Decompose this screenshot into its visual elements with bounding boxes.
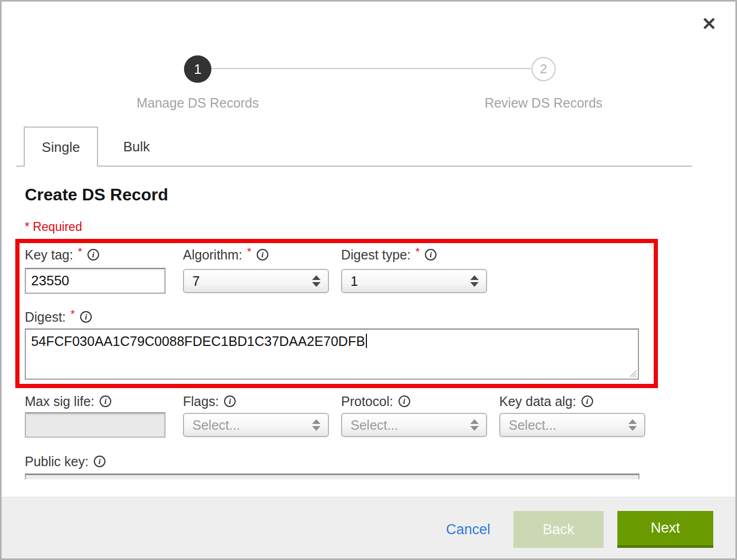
key-data-alg-label-text: Key data alg:: [499, 394, 576, 409]
back-button[interactable]: Back: [513, 511, 604, 548]
key-data-alg-label: Key data alg: i: [499, 394, 593, 409]
key-tag-label-text: Key tag:: [25, 247, 73, 263]
next-button[interactable]: Next: [617, 511, 713, 548]
key-tag-label: Key tag: * i: [25, 247, 99, 262]
required-asterisk: *: [71, 307, 75, 320]
step-1-label: Manage DS Records: [113, 95, 282, 111]
digest-label: Digest: * i: [25, 310, 92, 324]
select-arrows-icon: [312, 275, 321, 287]
info-icon[interactable]: i: [88, 249, 99, 260]
text-cursor-icon: [366, 334, 367, 348]
info-icon[interactable]: i: [257, 249, 268, 260]
resize-handle-icon[interactable]: [628, 369, 637, 378]
protocol-label: Protocol: i: [341, 394, 410, 409]
create-ds-record-modal: ✕ 1 2 Manage DS Records Review DS Record…: [0, 0, 737, 560]
algorithm-select-value: 7: [192, 274, 312, 289]
required-asterisk: *: [415, 245, 420, 258]
protocol-select-value: Select...: [351, 418, 470, 433]
select-arrows-icon: [470, 419, 479, 431]
digest-type-label-text: Digest type:: [341, 247, 411, 263]
step-1-indicator: 1: [184, 55, 211, 83]
flags-select-value: Select...: [192, 418, 312, 433]
info-icon[interactable]: i: [94, 456, 105, 467]
stepper-connector-line: [211, 68, 531, 69]
flags-select[interactable]: Select...: [183, 413, 329, 437]
info-icon[interactable]: i: [224, 395, 236, 407]
digest-type-select[interactable]: 1: [341, 269, 487, 293]
key-data-alg-select-value: Select...: [509, 418, 628, 433]
required-asterisk: *: [247, 245, 251, 258]
info-icon[interactable]: i: [581, 395, 593, 407]
select-arrows-icon: [470, 275, 479, 287]
select-arrows-icon: [312, 419, 321, 431]
modal-footer: Cancel Back Next: [2, 497, 735, 560]
max-sig-life-label-text: Max sig life:: [25, 394, 94, 409]
key-data-alg-select[interactable]: Select...: [499, 413, 645, 437]
digest-label-text: Digest:: [25, 310, 66, 325]
tab-single[interactable]: Single: [24, 127, 98, 167]
protocol-label-text: Protocol:: [341, 394, 393, 409]
public-key-textarea[interactable]: [25, 474, 639, 479]
max-sig-life-input[interactable]: [25, 412, 166, 438]
digest-type-label: Digest type: * i: [341, 247, 437, 262]
key-tag-input[interactable]: [25, 268, 166, 294]
algorithm-label-text: Algorithm:: [183, 247, 243, 263]
digest-textarea[interactable]: 54FCF030AA1C79C0088FDEC1BD1C37DAA2E70DFB: [25, 329, 639, 380]
required-asterisk: *: [78, 245, 82, 258]
flags-label: Flags: i: [183, 394, 236, 409]
digest-type-select-value: 1: [351, 274, 470, 289]
info-icon[interactable]: i: [425, 249, 437, 260]
max-sig-life-label: Max sig life: i: [25, 394, 111, 409]
close-icon[interactable]: ✕: [697, 12, 721, 35]
flags-label-text: Flags:: [183, 394, 219, 409]
info-icon[interactable]: i: [80, 311, 92, 323]
required-note: * Required: [25, 220, 82, 234]
step-2-indicator: 2: [531, 57, 556, 81]
digest-value: 54FCF030AA1C79C0088FDEC1BD1C37DAA2E70DFB: [31, 334, 365, 349]
public-key-label-text: Public key:: [25, 454, 89, 469]
info-icon[interactable]: i: [399, 395, 410, 407]
protocol-select[interactable]: Select...: [341, 413, 487, 437]
public-key-label: Public key: i: [25, 454, 105, 469]
info-icon[interactable]: i: [100, 395, 111, 407]
cancel-button[interactable]: Cancel: [446, 522, 490, 538]
select-arrows-icon: [628, 419, 637, 431]
step-2-label: Review DS Records: [459, 95, 628, 111]
algorithm-label: Algorithm: * i: [183, 247, 268, 262]
algorithm-select[interactable]: 7: [183, 269, 329, 293]
tab-bulk[interactable]: Bulk: [98, 127, 175, 167]
page-title: Create DS Record: [25, 185, 168, 205]
